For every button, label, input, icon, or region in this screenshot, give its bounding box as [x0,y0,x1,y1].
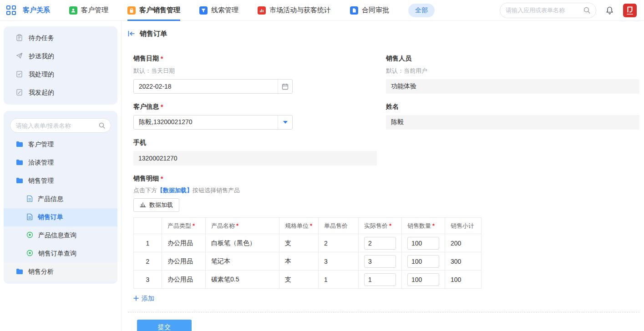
customer-sales-management-icon [127,6,136,15]
search-icon[interactable] [583,7,590,14]
hint-prefix: 点击下方 [133,187,157,194]
quantity-input[interactable] [407,273,439,286]
required-asterisk: * [161,175,163,182]
column-header-actual-price: 实际售价* [359,218,402,234]
tab-contract-approval[interactable]: 合同审批 [350,0,389,21]
quantity-input[interactable] [407,237,439,250]
task-panel: 待办任务 抄送我的 我处理的 我发起的 [4,26,117,105]
sale-date-input[interactable] [134,83,278,90]
tree-form-product-info[interactable]: 产品信息 [4,190,117,208]
contract-approval-icon [350,6,358,15]
row-index: 3 [134,271,162,289]
sidebar-item-handled-by-me[interactable]: 我处理的 [4,65,117,84]
form-search-box [10,118,111,133]
header-label: 单品售价 [324,222,348,229]
tab-customer-management[interactable]: 客户管理 [69,0,108,21]
grid-square [12,5,16,10]
notification-bell-icon[interactable] [605,6,614,15]
tab-lead-management[interactable]: 线索管理 [199,0,238,21]
sidebar-item-initiated-by-me[interactable]: 我发起的 [4,84,117,102]
required-asterisk: * [193,222,195,229]
add-row-button[interactable]: 添加 [133,295,154,303]
all-apps-button[interactable]: 全部 [408,4,435,17]
query-target-icon [26,231,33,240]
field-label: 姓名 [386,103,639,111]
form-footer-divider [128,312,639,312]
column-header-product-type: 产品类型* [162,218,206,234]
row-index: 1 [134,234,162,252]
tab-customer-sales-management[interactable]: 客户销售管理 [127,0,180,21]
tree-form-sales-order[interactable]: 销售订单 [4,208,117,226]
sidebar-item-label: 待办任务 [29,34,54,42]
tree-query-sales-order[interactable]: 销售订单查询 [4,245,117,263]
folder-icon [16,141,23,149]
tab-marketing-stats[interactable]: 市场活动与获客统计 [258,0,331,21]
sidebar-item-cc-to-me[interactable]: 抄送我的 [4,47,117,65]
avatar[interactable] [623,4,637,17]
form-right-column: 销售人员 默认：当前用户 功能体验 姓名 陈毅 [386,55,639,175]
form-document-icon [26,195,33,204]
bar-chart-icon [140,201,146,209]
actual-price-input[interactable] [364,273,396,286]
column-header-subtotal: 销售小计 [445,218,482,234]
tree-item-label: 产品信息 [38,195,63,203]
collapse-back-icon[interactable] [128,30,135,37]
field-customer-info: 客户信息 * 陈毅,13200021270 [133,103,386,130]
clipboard-icon [16,34,23,43]
tab-label: 客户销售管理 [139,6,180,15]
submit-button[interactable]: 提交 [137,320,192,331]
header-label: 销售小计 [451,222,474,229]
column-header-product-name: 产品名称* [206,218,279,234]
page-title: 销售订单 [140,30,167,38]
field-label-text: 销售日期 [133,55,159,63]
cell-product-type: 办公用品 [162,234,206,252]
actual-price-input[interactable] [364,237,396,250]
data-load-button-label: 数据加载 [149,201,173,209]
tree-folder-sales-management[interactable]: 销售管理 [4,172,117,190]
field-sales-detail: 销售明细 * 点击下方【数据加载】按钮选择销售产品 数据加载 [133,175,639,303]
required-asterisk: * [161,103,163,110]
sidebar-item-label: 我处理的 [29,70,54,79]
tree-item-label: 销售管理 [28,177,54,185]
add-row-label: 添加 [142,295,154,303]
main-content: 销售订单 销售日期 * 默认：当天日期 [121,21,644,331]
sidebar-item-todo-tasks[interactable]: 待办任务 [4,29,117,47]
sidebar-item-label: 抄送我的 [29,52,54,60]
customer-select-value: 陈毅,13200021270 [134,118,278,126]
sales-person-readonly-value: 功能体验 [386,79,639,94]
field-label-text: 销售人员 [386,55,411,63]
chevron-down-icon[interactable] [278,115,292,129]
cell-product-name: 笔记本 [206,252,279,271]
lead-management-icon [199,6,208,15]
form-search-input[interactable] [16,122,99,129]
customer-select[interactable]: 陈毅,13200021270 [133,115,293,130]
tab-label: 市场活动与获客统计 [269,6,331,15]
data-load-button[interactable]: 数据加载 [133,198,179,212]
workspace-title[interactable]: 客户关系 [23,6,50,15]
tree-folder-negotiation-management[interactable]: 洽谈管理 [4,154,117,172]
actual-price-input[interactable] [364,255,396,268]
sales-order-form: 销售日期 * 默认：当天日期 客户信息 [128,38,639,303]
field-sale-date: 销售日期 * 默认：当天日期 [133,55,386,94]
field-label: 销售日期 * [133,55,386,63]
table-row: 2 办公用品 笔记本 本 3 300 [134,252,482,271]
data-load-hint-link[interactable]: 【数据加载】 [157,187,193,194]
calendar-icon[interactable] [278,80,292,93]
tree-folder-customer-management[interactable]: 客户管理 [4,135,117,154]
global-search-input[interactable] [506,7,583,14]
cell-list-price: 3 [319,252,359,271]
cell-actual-price [359,234,402,252]
header-label: 产品类型 [167,222,191,229]
table-row: 3 办公用品 碳素笔0.5 支 1 100 [134,271,482,289]
field-hint: 默认：当天日期 [133,67,386,75]
grid-square [6,11,10,15]
tree-folder-sales-analysis[interactable]: 销售分析 [4,263,117,281]
cell-subtotal: 300 [445,252,482,271]
cell-spec-unit: 支 [279,271,319,289]
tree-query-product-info[interactable]: 产品信息查询 [4,226,117,245]
quantity-input[interactable] [407,255,439,268]
cell-product-name: 白板笔（黑色） [206,234,279,252]
search-icon[interactable] [99,122,105,129]
tree-item-label: 销售订单查询 [38,250,76,258]
app-launcher-grid-icon[interactable] [6,5,16,15]
